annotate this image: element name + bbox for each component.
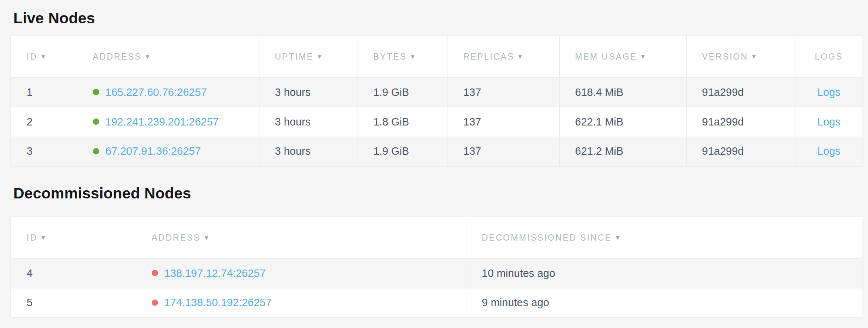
logs-link[interactable]: Logs [817,116,841,128]
column-header-mem-usage[interactable]: MEM USAGE▾ [559,36,686,77]
node-replicas-cell: 137 [448,77,559,107]
column-header-id[interactable]: ID▾ [11,217,136,258]
node-address-cell: 174.138.50.192:26257 [136,288,466,318]
decommissioned-node-row: 4 138.197.12.74:26257 10 minutes ago [11,258,863,288]
decommissioned-since-cell: 9 minutes ago [466,288,863,318]
sort-arrow-icon: ▾ [518,52,522,61]
column-header-address[interactable]: ADDRESS▾ [77,36,259,77]
sort-arrow-icon: ▾ [411,52,415,61]
node-address-cell: 67.207.91.36:26257 [77,137,259,166]
column-header-uptime[interactable]: UPTIME▾ [259,36,358,77]
live-status-dot-icon [93,148,99,154]
sort-arrow-icon: ▾ [41,52,45,61]
node-version-cell: 91a299d [686,77,795,107]
decommissioned-header-row: ID▾ ADDRESS▾ DECOMMISSIONED SINCE▾ [11,217,863,258]
node-replicas-cell: 137 [448,107,559,137]
nodes-page: Live Nodes ID▾ ADDRESS▾ UPTIME▾ BYTES▾ R… [0,0,868,318]
node-uptime-cell: 3 hours [259,107,358,137]
node-uptime-cell: 3 hours [259,137,358,166]
column-header-version[interactable]: VERSION▾ [686,36,795,77]
sort-arrow-icon: ▾ [146,52,150,61]
decommissioned-node-row: 5 174.138.50.192:26257 9 minutes ago [11,288,863,318]
live-node-row: 2 192.241.239.201:26257 3 hours 1.8 GiB … [11,107,863,137]
sort-arrow-icon: ▾ [616,233,620,242]
node-id-cell: 1 [11,77,77,107]
node-address-cell: 165.227.60.76:26257 [77,77,259,107]
sort-arrow-icon: ▾ [641,52,645,61]
node-logs-cell: Logs [795,137,863,166]
node-version-cell: 91a299d [686,137,795,166]
live-nodes-table: ID▾ ADDRESS▾ UPTIME▾ BYTES▾ REPLICAS▾ ME… [10,36,863,167]
sort-arrow-icon: ▾ [318,52,321,61]
live-node-row: 1 165.227.60.76:26257 3 hours 1.9 GiB 13… [11,77,863,107]
column-header-address[interactable]: ADDRESS▾ [136,217,466,258]
node-address-link[interactable]: 67.207.91.36:26257 [105,145,201,157]
node-address-link[interactable]: 138.197.12.74:26257 [164,267,266,279]
node-bytes-cell: 1.9 GiB [358,77,448,107]
node-replicas-cell: 137 [448,137,559,166]
node-logs-cell: Logs [795,107,863,137]
node-version-cell: 91a299d [686,107,795,137]
node-id-cell: 5 [11,288,136,318]
logs-link[interactable]: Logs [817,86,841,98]
decommissioned-since-cell: 10 minutes ago [466,258,863,288]
node-id-cell: 4 [11,258,136,288]
node-mem-usage-cell: 622.1 MiB [559,107,686,137]
node-bytes-cell: 1.9 GiB [358,137,448,166]
node-mem-usage-cell: 621.2 MiB [559,137,686,166]
column-header-id[interactable]: ID▾ [11,36,77,77]
column-header-logs: LOGS [795,36,863,77]
node-mem-usage-cell: 618.4 MiB [559,77,686,107]
column-header-replicas[interactable]: REPLICAS▾ [448,36,559,77]
node-logs-cell: Logs [795,77,863,107]
node-bytes-cell: 1.8 GiB [358,107,448,137]
node-address-cell: 138.197.12.74:26257 [136,258,466,288]
logs-link[interactable]: Logs [817,145,841,157]
sort-arrow-icon: ▾ [205,233,208,242]
node-address-cell: 192.241.239.201:26257 [77,107,259,137]
column-header-decommissioned-since[interactable]: DECOMMISSIONED SINCE▾ [466,217,863,258]
live-nodes-header-row: ID▾ ADDRESS▾ UPTIME▾ BYTES▾ REPLICAS▾ ME… [11,36,863,77]
live-status-dot-icon [93,118,99,125]
live-status-dot-icon [93,89,99,95]
node-uptime-cell: 3 hours [259,77,358,107]
decommissioned-status-dot-icon [152,270,158,276]
decommissioned-nodes-table: ID▾ ADDRESS▾ DECOMMISSIONED SINCE▾ 4 138… [10,217,863,318]
node-address-link[interactable]: 174.138.50.192:26257 [164,297,272,308]
decommissioned-nodes-title: Decommissioned Nodes [13,183,862,203]
column-header-bytes[interactable]: BYTES▾ [358,36,448,77]
node-address-link[interactable]: 192.241.239.201:26257 [105,116,219,128]
sort-arrow-icon: ▾ [752,52,756,61]
live-nodes-title: Live Nodes [13,8,862,28]
node-address-link[interactable]: 165.227.60.76:26257 [105,86,207,98]
live-node-row: 3 67.207.91.36:26257 3 hours 1.9 GiB 137… [11,137,863,166]
decommissioned-status-dot-icon [152,299,158,306]
sort-arrow-icon: ▾ [41,233,45,242]
node-id-cell: 3 [11,137,77,166]
node-id-cell: 2 [11,107,77,137]
